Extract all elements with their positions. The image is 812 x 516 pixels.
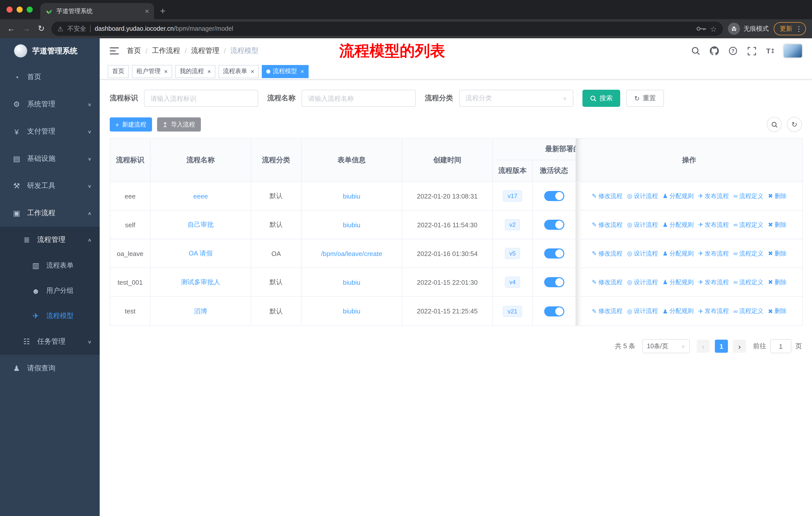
import-process-button[interactable]: ↥ 导入流程	[157, 117, 201, 132]
process-definition-link[interactable]: ∞流程定义	[733, 220, 763, 229]
sidebar-item-payment[interactable]: ¥ 支付管理 ∨	[0, 118, 100, 145]
assign-rule-link[interactable]: ♟分配规则	[663, 192, 694, 200]
minimize-window-button[interactable]	[17, 6, 23, 12]
goto-page-input[interactable]	[770, 339, 791, 353]
status-toggle[interactable]	[544, 220, 564, 230]
toggle-search-button[interactable]	[767, 117, 782, 132]
delete-link[interactable]: ✖删除	[768, 220, 787, 229]
process-category-select[interactable]: 流程分类 ∨	[459, 90, 573, 107]
process-definition-link[interactable]: ∞流程定义	[733, 278, 763, 287]
browser-tab[interactable]: 芋道管理系统 ×	[40, 3, 154, 19]
delete-link[interactable]: ✖删除	[768, 307, 787, 316]
menu-kebab-icon[interactable]: ⋮	[795, 25, 803, 33]
design-process-link[interactable]: ◎设计流程	[627, 220, 658, 229]
assign-rule-link[interactable]: ♟分配规则	[663, 278, 694, 287]
search-button[interactable]: 搜索	[582, 90, 620, 107]
avatar[interactable]	[784, 44, 802, 57]
bookmark-star-icon[interactable]: ☆	[710, 25, 717, 32]
process-name-link[interactable]: eeee	[193, 192, 208, 200]
process-name-link[interactable]: OA 请假	[188, 249, 212, 257]
tag-close-icon[interactable]: ×	[300, 68, 304, 75]
tag-home[interactable]: 首页	[108, 65, 129, 78]
url-text[interactable]: dashboard.yudao.iocoder.cn/bpm/manager/m…	[95, 25, 233, 32]
help-icon[interactable]: ?	[728, 46, 738, 56]
refresh-table-button[interactable]: ↻	[787, 117, 802, 132]
new-tab-button[interactable]: +	[160, 6, 165, 16]
page-1-button[interactable]: 1	[715, 340, 728, 353]
sidebar-item-task-management[interactable]: ☷ 任务管理 ∨	[0, 329, 100, 355]
sidebar-item-devtools[interactable]: ⚒ 研发工具 ∨	[0, 172, 100, 199]
maximize-window-button[interactable]	[27, 6, 33, 12]
assign-rule-link[interactable]: ♟分配规则	[663, 220, 694, 229]
tag-close-icon[interactable]: ×	[164, 68, 168, 75]
process-definition-link[interactable]: ∞流程定义	[733, 192, 763, 200]
status-toggle[interactable]	[544, 248, 564, 259]
sidebar-item-process-management[interactable]: ≣ 流程管理 ∧	[0, 227, 100, 253]
publish-process-link[interactable]: ✈发布流程	[698, 307, 729, 316]
sidebar-item-process-form[interactable]: ▥ 流程表单	[0, 253, 100, 278]
tag-tenant-management[interactable]: 租户管理 ×	[132, 65, 172, 78]
process-name-link[interactable]: 测试多审批人	[181, 278, 220, 286]
security-label[interactable]: 不安全	[67, 24, 86, 33]
form-info-link[interactable]: biubiu	[343, 221, 360, 228]
collapse-sidebar-icon[interactable]	[110, 47, 119, 55]
forward-button[interactable]: →	[21, 25, 31, 33]
modify-process-link[interactable]: ✎修改流程	[592, 220, 622, 229]
assign-rule-link[interactable]: ♟分配规则	[663, 249, 694, 258]
url-bar[interactable]: ⚠ 不安全 dashboard.yudao.iocoder.cn/bpm/man…	[51, 22, 723, 36]
assign-rule-link[interactable]: ♟分配规则	[663, 307, 694, 316]
delete-link[interactable]: ✖删除	[768, 192, 787, 200]
design-process-link[interactable]: ◎设计流程	[627, 307, 658, 316]
form-info-link[interactable]: /bpm/oa/leave/create	[321, 250, 382, 257]
sidebar-item-leave-query[interactable]: ♟ 请假查询	[0, 355, 100, 382]
tab-close-icon[interactable]: ×	[145, 7, 149, 15]
design-process-link[interactable]: ◎设计流程	[627, 192, 658, 200]
modify-process-link[interactable]: ✎修改流程	[592, 249, 622, 258]
design-process-link[interactable]: ◎设计流程	[627, 278, 658, 287]
version-badge[interactable]: v17	[503, 190, 522, 201]
publish-process-link[interactable]: ✈发布流程	[698, 220, 729, 229]
fontsize-icon[interactable]: T	[765, 46, 775, 56]
reset-button[interactable]: ↻ 重置	[626, 90, 664, 107]
design-process-link[interactable]: ◎设计流程	[627, 249, 658, 258]
update-button[interactable]: 更新 ⋮	[774, 22, 806, 35]
version-badge[interactable]: v5	[505, 248, 520, 259]
form-info-link[interactable]: biubiu	[343, 307, 360, 315]
page-size-select[interactable]: 10条/页 ∨	[642, 339, 690, 353]
delete-link[interactable]: ✖删除	[768, 278, 787, 287]
sidebar-item-infrastructure[interactable]: ▤ 基础设施 ∨	[0, 145, 100, 172]
sidebar-item-user-group[interactable]: ☻ 用户分组	[0, 278, 100, 303]
tag-close-icon[interactable]: ×	[251, 68, 254, 75]
back-button[interactable]: ←	[6, 25, 16, 33]
search-icon[interactable]	[691, 46, 701, 56]
breadcrumb-item-process-management[interactable]: 流程管理	[191, 46, 220, 55]
close-window-button[interactable]	[6, 6, 12, 12]
process-id-input[interactable]	[144, 90, 258, 107]
tag-process-form[interactable]: 流程表单 ×	[219, 65, 259, 78]
delete-link[interactable]: ✖删除	[768, 249, 787, 258]
process-definition-link[interactable]: ∞流程定义	[733, 307, 763, 316]
tag-my-process[interactable]: 我的流程 ×	[175, 65, 215, 78]
reload-button[interactable]: ↻	[36, 25, 46, 33]
process-definition-link[interactable]: ∞流程定义	[733, 249, 763, 258]
sidebar-item-system[interactable]: ⚙ 系统管理 ∨	[0, 91, 100, 118]
next-page-button[interactable]: ›	[733, 340, 746, 353]
breadcrumb-item-home[interactable]: 首页	[127, 46, 141, 55]
status-toggle[interactable]	[544, 306, 564, 316]
process-name-link[interactable]: 滔博	[194, 307, 207, 315]
status-toggle[interactable]	[544, 277, 564, 287]
modify-process-link[interactable]: ✎修改流程	[592, 278, 622, 287]
process-name-input[interactable]	[301, 90, 416, 107]
version-badge[interactable]: v21	[503, 306, 522, 317]
publish-process-link[interactable]: ✈发布流程	[698, 249, 729, 258]
github-icon[interactable]	[709, 46, 719, 56]
modify-process-link[interactable]: ✎修改流程	[592, 307, 622, 316]
publish-process-link[interactable]: ✈发布流程	[698, 192, 729, 200]
process-name-link[interactable]: 自己审批	[187, 221, 214, 228]
version-badge[interactable]: v2	[505, 219, 520, 230]
prev-page-button[interactable]: ‹	[697, 340, 710, 353]
version-badge[interactable]: v4	[505, 277, 520, 288]
sidebar-item-process-model[interactable]: ✈ 流程模型	[0, 303, 100, 329]
fullscreen-icon[interactable]	[747, 46, 757, 56]
form-info-link[interactable]: biubiu	[343, 278, 360, 286]
